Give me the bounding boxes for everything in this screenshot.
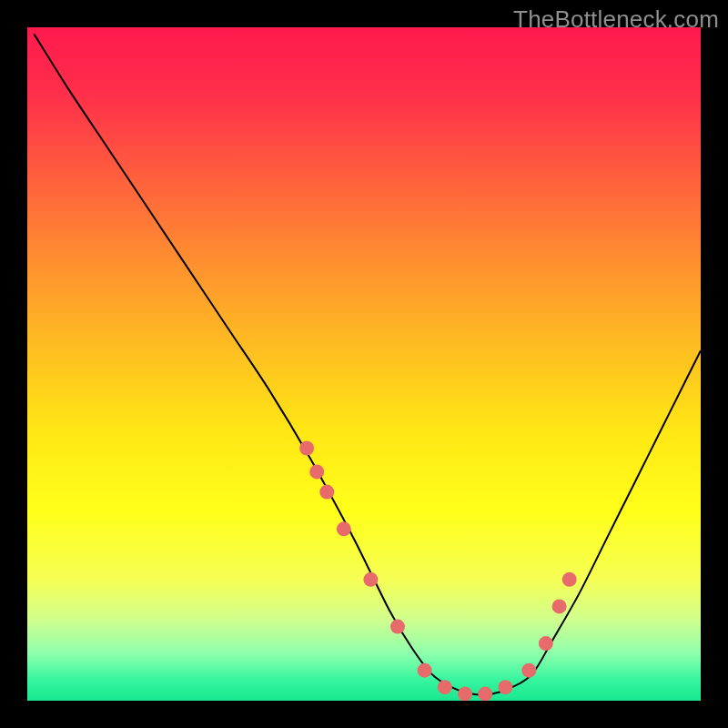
highlight-marker [458,687,472,701]
highlight-marker [319,485,334,500]
highlight-marker [552,599,567,613]
highlight-marker [418,663,432,678]
highlight-marker [438,680,452,694]
highlight-marker [363,572,378,587]
highlight-marker [498,680,512,694]
highlight-marker [521,663,536,678]
highlight-marker [309,464,324,479]
highlight-marker [562,572,577,587]
gradient-background [27,27,701,701]
highlight-marker [539,636,553,651]
highlight-marker [390,620,405,634]
chart-svg [27,27,701,701]
highlight-marker [337,521,351,536]
chart-container: TheBottleneck.com [0,0,728,728]
highlight-marker [299,441,314,456]
highlight-marker [478,687,492,701]
